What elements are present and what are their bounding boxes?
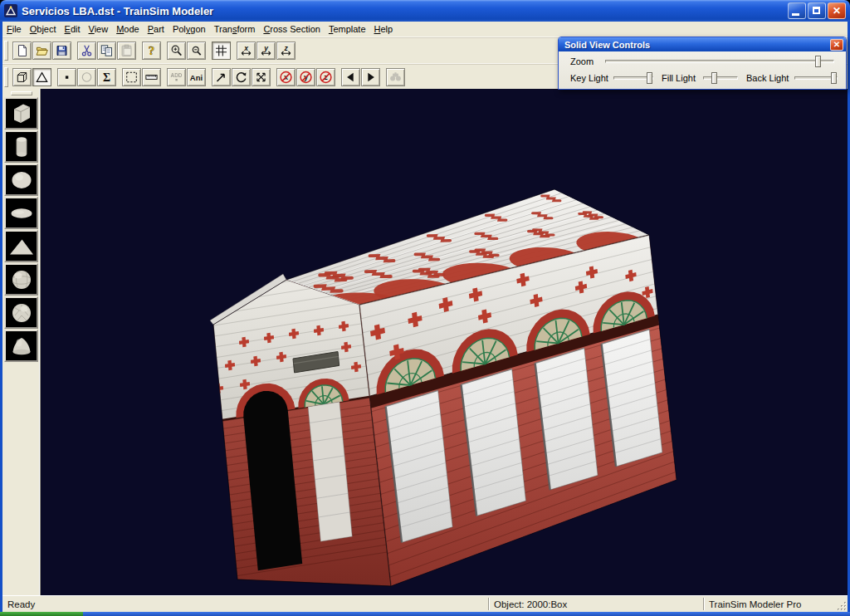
resize-grip[interactable] <box>837 599 848 612</box>
slider-thumb-zoom[interactable] <box>815 56 821 67</box>
close-icon: ✕ <box>828 3 845 18</box>
menu-part[interactable]: Part <box>144 22 169 36</box>
slider-thumb-back-light[interactable] <box>831 72 837 84</box>
add-point-icon: ADD <box>169 71 183 84</box>
menu-view[interactable]: View <box>85 22 113 36</box>
toolbar-button-copy[interactable] <box>97 42 116 60</box>
slider-fill-light[interactable] <box>703 76 738 80</box>
toolbar-button-grid[interactable] <box>212 42 231 60</box>
toolbar-button-ruler[interactable] <box>142 68 161 86</box>
shape-palette-grab-handle[interactable] <box>11 91 32 95</box>
toolbar-button-box-mode[interactable] <box>12 68 32 86</box>
menu-object[interactable]: Object <box>26 22 61 36</box>
toolbar-button-sigma[interactable]: Σ <box>97 68 116 86</box>
toolbar-button-new[interactable] <box>12 42 32 60</box>
shape-palette <box>2 89 41 596</box>
toolbar-button-help[interactable]: ? <box>142 42 161 60</box>
svg-text:Ani: Ani <box>189 72 202 81</box>
toolbar-button-next[interactable] <box>361 68 380 86</box>
toolbar-button-move-arrow[interactable] <box>212 68 231 86</box>
svg-text:y: y <box>263 44 269 52</box>
slider-key-light[interactable] <box>613 76 653 80</box>
toolbar-button-zoom-in[interactable] <box>167 42 186 60</box>
toolbar-button-rotate[interactable] <box>232 68 251 86</box>
menu-cross-section[interactable]: Cross Section <box>259 22 324 36</box>
toolbar-button-lock-x[interactable]: x <box>276 68 296 86</box>
app-icon <box>4 4 17 17</box>
solid-view-controls-titlebar[interactable]: Solid View Controls ✕ <box>559 37 846 51</box>
title-bar[interactable]: Servicios LBA.dst - TrainSim Modeler ✕ <box>0 0 850 22</box>
toolbar-button-point-mode[interactable] <box>57 68 76 86</box>
toolbar-button-lock-y[interactable]: y <box>296 68 315 86</box>
status-message: Ready <box>2 599 488 609</box>
solid-view-controls-close-button[interactable]: ✕ <box>830 39 843 51</box>
slider-thumb-key-light[interactable] <box>647 72 652 84</box>
model-2000-box[interactable] <box>198 189 677 586</box>
shape-button-cylinder[interactable] <box>4 130 38 163</box>
cut-icon <box>80 44 94 57</box>
maximize-icon <box>813 7 820 14</box>
menu-edit[interactable]: Edit <box>61 22 85 36</box>
toolbar-button-triangle-mode[interactable] <box>32 68 51 86</box>
minimize-button[interactable] <box>788 2 806 19</box>
toolbar-button-move-x[interactable]: x <box>237 42 256 60</box>
toolbar-button-marquee[interactable] <box>122 68 141 86</box>
slider-zoom[interactable] <box>605 60 834 63</box>
toolbar-button-cut[interactable] <box>77 42 96 60</box>
shape-button-disc[interactable] <box>4 197 38 229</box>
shape-button-dome[interactable] <box>4 330 38 362</box>
marquee-icon <box>125 71 139 84</box>
close-button[interactable]: ✕ <box>828 2 846 19</box>
toolbar-button-move-z[interactable]: z <box>276 42 296 60</box>
svg-text:ADD: ADD <box>170 72 182 78</box>
toolbar-grab-handle[interactable] <box>4 67 8 87</box>
sigma-icon: Σ <box>100 71 114 84</box>
svg-text:?: ? <box>148 44 154 57</box>
toolbar-separator <box>136 42 141 60</box>
slider-thumb-fill-light[interactable] <box>711 72 717 84</box>
menu-file[interactable]: File <box>2 22 26 36</box>
shape-button-geosphere[interactable] <box>4 263 38 296</box>
viewport-canvas[interactable] <box>41 89 848 596</box>
animate-icon: Ani <box>189 71 203 84</box>
menu-bar: FileObjectEditViewModePartPolygonTransfo… <box>2 22 848 37</box>
toolbar-button-open[interactable] <box>32 42 51 60</box>
toolbar-button-scale[interactable] <box>252 68 271 86</box>
menu-template[interactable]: Template <box>325 22 370 36</box>
toolbar-button-prev[interactable] <box>341 68 360 86</box>
toolbar-grab-handle[interactable] <box>4 41 8 61</box>
menu-mode[interactable]: Mode <box>112 22 144 36</box>
shape-button-box[interactable] <box>4 97 38 130</box>
slider-back-light[interactable] <box>794 76 838 80</box>
start-button-sliver[interactable] <box>0 612 83 616</box>
toolbar-button-paste <box>117 42 136 60</box>
solid-view-controls-body: Zoom Key LightFill LightBack Light <box>559 51 846 89</box>
toolbar-button-circle-mode <box>77 68 96 86</box>
main-area <box>2 89 848 596</box>
solid-view-controls-window[interactable]: Solid View Controls ✕ Zoom Key LightFill… <box>558 37 847 90</box>
lock-z-icon: z <box>319 71 333 84</box>
slider-label-key-light: Key Light <box>570 73 613 83</box>
toolbar-button-animate[interactable]: Ani <box>187 68 206 86</box>
toolbar-button-move-y[interactable]: y <box>256 42 276 60</box>
taskbar-strip[interactable] <box>83 612 850 616</box>
toolbar-button-lock-z[interactable]: z <box>316 68 335 86</box>
help-icon: ? <box>144 44 159 57</box>
toolbar-separator <box>335 68 340 86</box>
shape-button-sphere[interactable] <box>4 164 38 196</box>
menu-transform[interactable]: Transform <box>210 22 260 36</box>
maximize-button[interactable] <box>808 2 826 19</box>
close-icon: ✕ <box>833 40 840 49</box>
viewport[interactable] <box>41 89 848 596</box>
shape-button-geosphere-2[interactable] <box>4 296 38 329</box>
toolbar-button-save[interactable] <box>52 42 71 60</box>
toolbar-separator <box>161 68 166 86</box>
circle-mode-icon <box>80 71 94 84</box>
rotate-icon <box>234 71 248 84</box>
toolbar-separator <box>206 42 211 60</box>
menu-polygon[interactable]: Polygon <box>169 22 210 36</box>
shape-button-wedge[interactable] <box>4 230 38 262</box>
taskbar-sliver <box>0 612 850 616</box>
menu-help[interactable]: Help <box>370 22 398 36</box>
toolbar-button-zoom-out[interactable] <box>187 42 206 60</box>
